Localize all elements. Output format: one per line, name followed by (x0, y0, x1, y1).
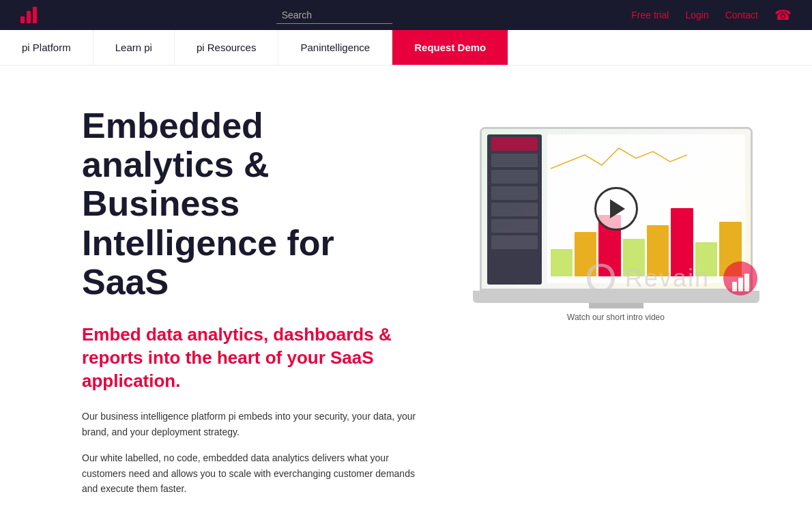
screen-sidebar-item-4 (491, 186, 538, 200)
top-nav-links: Free trial Login Contact ☎ (631, 7, 792, 23)
logo-bar-3 (33, 7, 37, 23)
nav-item-pi-platform[interactable]: pi Platform (0, 30, 93, 65)
hero-right: Watch our short intro video Q Revain (447, 113, 785, 322)
screen-sidebar-item-7 (491, 235, 538, 249)
revain-text: Revain (625, 264, 710, 293)
screen-sidebar-item-5 (491, 203, 538, 216)
logo[interactable] (20, 7, 37, 23)
nav-item-request-demo[interactable]: Request Demo (392, 30, 508, 65)
screen-sidebar-item-6 (491, 219, 538, 233)
main-navigation: pi Platform Learn pi pi Resources Panint… (0, 30, 812, 66)
revain-circle-icon (723, 261, 757, 295)
hero-subtitle: Embed data analytics, dashboards & repor… (82, 323, 420, 392)
revain-q-symbol: Q (585, 255, 617, 302)
laptop-stand (589, 303, 643, 308)
search-area (276, 7, 392, 24)
hero-para-1: Our business intelligence platform pi em… (82, 409, 420, 439)
chart-bar-0 (551, 249, 572, 276)
video-label: Watch our short intro video (480, 313, 753, 322)
hero-title: Embedded analytics & Business Intelligen… (82, 106, 420, 302)
revain-bar-3 (744, 274, 749, 291)
play-button[interactable] (594, 187, 638, 231)
screen-sidebar (487, 134, 542, 285)
nav-item-panintelligence[interactable]: Panintelligence (278, 30, 392, 65)
revain-bar-2 (738, 278, 743, 291)
hero-para-2: Our white labelled, no code, embedded da… (82, 450, 420, 496)
nav-item-pi-resources[interactable]: pi Resources (175, 30, 279, 65)
revain-watermark: Q Revain (585, 255, 757, 302)
free-trial-link[interactable]: Free trial (631, 10, 669, 20)
hero-left: Embedded analytics & Business Intelligen… (82, 106, 420, 507)
play-icon (610, 199, 625, 218)
hero-section: Embedded analytics & Business Intelligen… (0, 66, 812, 507)
top-navigation: Free trial Login Contact ☎ (0, 0, 812, 30)
logo-icon (20, 7, 37, 23)
screen-line-chart (551, 141, 687, 175)
login-link[interactable]: Login (685, 10, 708, 20)
screen-sidebar-item-2 (491, 154, 538, 167)
contact-link[interactable]: Contact (725, 10, 758, 20)
nav-item-learn-pi[interactable]: Learn pi (93, 30, 175, 65)
search-input[interactable] (276, 7, 392, 24)
revain-bar-1 (732, 282, 737, 291)
logo-bar-1 (20, 16, 25, 23)
screen-sidebar-item-3 (491, 170, 538, 184)
phone-icon[interactable]: ☎ (774, 7, 792, 23)
logo-bar-2 (27, 11, 31, 23)
screen-sidebar-item-1 (491, 137, 538, 151)
